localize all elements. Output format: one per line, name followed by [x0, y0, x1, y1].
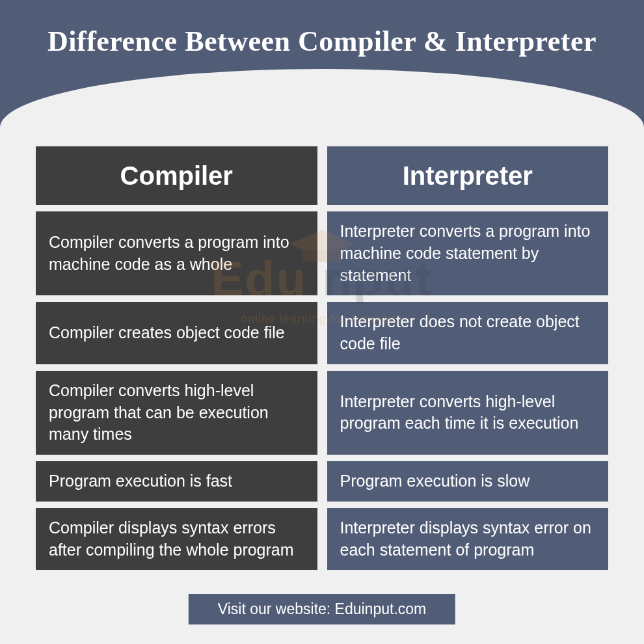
- table-row: Compiler creates object code file Interp…: [36, 302, 608, 364]
- table-row: Program execution is fast Program execut…: [36, 461, 608, 502]
- table-row: Compiler displays syntax errors after co…: [36, 508, 608, 570]
- compiler-cell: Compiler creates object code file: [36, 302, 317, 364]
- interpreter-cell: Program execution is slow: [327, 461, 609, 502]
- table-row: Compiler converts high-level program tha…: [36, 371, 608, 455]
- compiler-cell: Program execution is fast: [36, 461, 317, 502]
- table-header-row: Compiler Interpreter: [36, 146, 608, 205]
- page-title: Difference Between Compiler & Interprete…: [0, 25, 644, 58]
- header-curve: [0, 69, 644, 127]
- column-header-interpreter: Interpreter: [327, 146, 609, 205]
- footer-banner: Visit our website: Eduinput.com: [189, 594, 455, 624]
- svg-rect-1: [302, 250, 342, 262]
- comparison-table: Compiler Interpreter Compiler converts a…: [0, 127, 644, 570]
- interpreter-cell: Interpreter does not create object code …: [327, 302, 609, 364]
- compiler-cell: Compiler displays syntax errors after co…: [36, 508, 317, 570]
- watermark-subtitle: online learning for everyone: [241, 312, 403, 326]
- header-banner: Difference Between Compiler & Interprete…: [0, 0, 644, 127]
- interpreter-cell: Interpreter displays syntax error on eac…: [327, 508, 609, 570]
- column-header-compiler: Compiler: [36, 146, 317, 205]
- grad-cap-icon: [286, 224, 358, 273]
- interpreter-cell: Interpreter converts a program into mach…: [327, 211, 609, 295]
- interpreter-cell: Interpreter converts high-level program …: [327, 371, 609, 455]
- compiler-cell: Compiler converts a program into machine…: [36, 211, 317, 295]
- compiler-cell: Compiler converts high-level program tha…: [36, 371, 317, 455]
